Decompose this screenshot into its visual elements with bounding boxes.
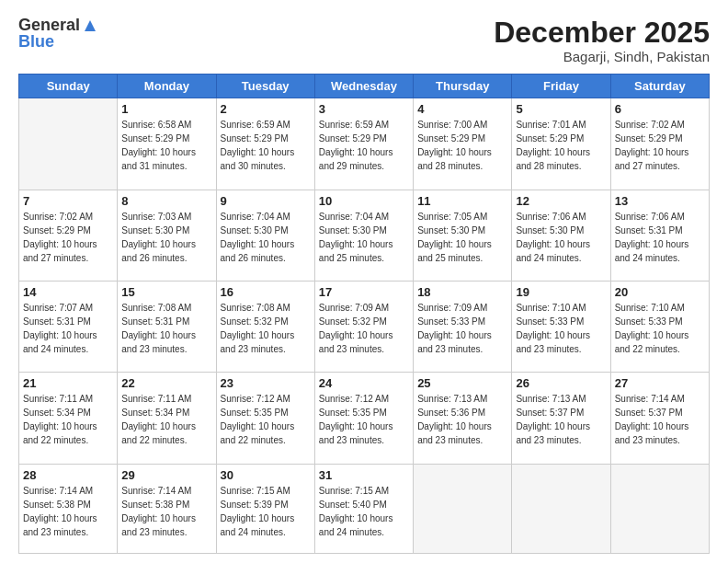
day-number: 3 [319,102,409,116]
table-row: 10Sunrise: 7:04 AMSunset: 5:30 PMDayligh… [314,190,413,281]
day-number: 24 [319,376,409,390]
sunset-text: Sunset: 5:35 PM [319,406,409,419]
sunrise-text: Sunrise: 7:02 AM [23,210,113,224]
day-number: 26 [516,376,606,390]
day-number: 31 [319,468,409,482]
daylight-text: Daylight: 10 hours and 23 minutes. [516,419,606,447]
day-number: 22 [121,376,211,390]
table-row: 5Sunrise: 7:01 AMSunset: 5:29 PMDaylight… [512,98,610,190]
table-row [512,464,610,553]
table-row [19,98,118,190]
day-number: 5 [516,102,606,116]
day-number: 28 [23,468,113,482]
sunrise-text: Sunrise: 7:10 AM [516,301,606,315]
day-number: 13 [615,194,705,208]
sunrise-text: Sunrise: 7:11 AM [121,392,211,406]
sunrise-text: Sunrise: 7:04 AM [319,210,409,224]
daylight-text: Daylight: 10 hours and 22 minutes. [221,419,311,447]
daylight-text: Daylight: 10 hours and 24 minutes. [23,328,113,356]
day-number: 1 [121,102,211,116]
sunrise-text: Sunrise: 6:59 AM [221,118,311,132]
sunrise-text: Sunrise: 7:06 AM [516,210,606,224]
sunrise-text: Sunrise: 7:14 AM [23,484,113,498]
sunrise-text: Sunrise: 7:05 AM [417,210,507,224]
sunset-text: Sunset: 5:31 PM [23,315,113,328]
svg-marker-0 [85,20,96,31]
daylight-text: Daylight: 10 hours and 30 minutes. [221,145,311,173]
sunrise-text: Sunrise: 7:03 AM [121,210,211,224]
day-number: 14 [23,285,113,299]
table-row: 30Sunrise: 7:15 AMSunset: 5:39 PMDayligh… [216,464,314,553]
day-number: 15 [121,285,211,299]
table-row: 7Sunrise: 7:02 AMSunset: 5:29 PMDaylight… [19,190,118,281]
col-sunday: Sunday [19,75,118,98]
sunset-text: Sunset: 5:29 PM [319,132,409,145]
sunset-text: Sunset: 5:33 PM [615,315,705,328]
sunset-text: Sunset: 5:29 PM [516,132,606,145]
table-row: 16Sunrise: 7:08 AMSunset: 5:32 PMDayligh… [216,282,314,373]
sunrise-text: Sunrise: 7:15 AM [221,484,311,498]
daylight-text: Daylight: 10 hours and 23 minutes. [516,328,606,356]
table-row: 4Sunrise: 7:00 AMSunset: 5:29 PMDaylight… [414,98,512,190]
daylight-text: Daylight: 10 hours and 23 minutes. [221,328,311,356]
daylight-text: Daylight: 10 hours and 24 minutes. [319,511,409,539]
header: General Blue December 2025 Bagarji, Sind… [18,17,710,64]
month-title: December 2025 [494,17,710,49]
table-row: 8Sunrise: 7:03 AMSunset: 5:30 PMDaylight… [118,190,216,281]
day-number: 9 [221,194,311,208]
sunrise-text: Sunrise: 7:14 AM [615,392,705,406]
sunset-text: Sunset: 5:29 PM [121,132,211,145]
daylight-text: Daylight: 10 hours and 24 minutes. [615,237,705,265]
day-number: 19 [516,285,606,299]
daylight-text: Daylight: 10 hours and 23 minutes. [417,419,507,447]
sunset-text: Sunset: 5:29 PM [221,132,311,145]
table-row: 28Sunrise: 7:14 AMSunset: 5:38 PMDayligh… [19,464,118,553]
sunset-text: Sunset: 5:35 PM [221,406,311,419]
day-number: 10 [319,194,409,208]
col-thursday: Thursday [414,75,512,98]
table-row: 21Sunrise: 7:11 AMSunset: 5:34 PMDayligh… [19,373,118,464]
sunrise-text: Sunrise: 7:04 AM [221,210,311,224]
col-friday: Friday [512,75,610,98]
page: General Blue December 2025 Bagarji, Sind… [0,0,728,563]
sunset-text: Sunset: 5:29 PM [615,132,705,145]
day-number: 30 [221,468,311,482]
table-row [414,464,512,553]
sunset-text: Sunset: 5:31 PM [121,315,211,328]
table-row: 24Sunrise: 7:12 AMSunset: 5:35 PMDayligh… [314,373,413,464]
daylight-text: Daylight: 10 hours and 23 minutes. [319,328,409,356]
daylight-text: Daylight: 10 hours and 28 minutes. [516,145,606,173]
daylight-text: Daylight: 10 hours and 25 minutes. [417,237,507,265]
table-row: 15Sunrise: 7:08 AMSunset: 5:31 PMDayligh… [118,282,216,373]
sunrise-text: Sunrise: 7:14 AM [121,484,211,498]
daylight-text: Daylight: 10 hours and 24 minutes. [516,237,606,265]
sunrise-text: Sunrise: 6:58 AM [121,118,211,132]
sunset-text: Sunset: 5:37 PM [516,406,606,419]
daylight-text: Daylight: 10 hours and 23 minutes. [417,328,507,356]
daylight-text: Daylight: 10 hours and 26 minutes. [221,237,311,265]
table-row: 13Sunrise: 7:06 AMSunset: 5:31 PMDayligh… [610,190,709,281]
day-number: 25 [417,376,507,390]
sunset-text: Sunset: 5:34 PM [23,406,113,419]
sunrise-text: Sunrise: 7:07 AM [23,301,113,315]
sunset-text: Sunset: 5:36 PM [417,406,507,419]
sunset-text: Sunset: 5:40 PM [319,498,409,511]
day-number: 17 [319,285,409,299]
sunset-text: Sunset: 5:30 PM [121,224,211,237]
daylight-text: Daylight: 10 hours and 25 minutes. [319,237,409,265]
col-tuesday: Tuesday [216,75,314,98]
sunset-text: Sunset: 5:30 PM [221,224,311,237]
table-row: 9Sunrise: 7:04 AMSunset: 5:30 PMDaylight… [216,190,314,281]
table-row: 3Sunrise: 6:59 AMSunset: 5:29 PMDaylight… [314,98,413,190]
daylight-text: Daylight: 10 hours and 23 minutes. [23,511,113,539]
table-row: 20Sunrise: 7:10 AMSunset: 5:33 PMDayligh… [610,282,709,373]
day-number: 4 [417,102,507,116]
sunrise-text: Sunrise: 7:08 AM [221,301,311,315]
table-row: 25Sunrise: 7:13 AMSunset: 5:36 PMDayligh… [414,373,512,464]
table-row: 18Sunrise: 7:09 AMSunset: 5:33 PMDayligh… [414,282,512,373]
table-row: 29Sunrise: 7:14 AMSunset: 5:38 PMDayligh… [118,464,216,553]
sunrise-text: Sunrise: 7:09 AM [417,301,507,315]
sunset-text: Sunset: 5:29 PM [417,132,507,145]
sunrise-text: Sunrise: 7:12 AM [319,392,409,406]
day-number: 29 [121,468,211,482]
